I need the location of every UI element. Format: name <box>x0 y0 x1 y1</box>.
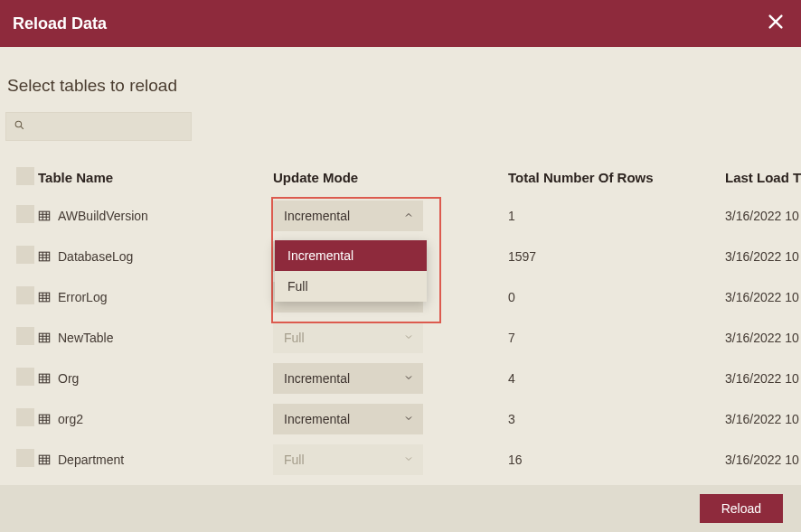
update-mode-select[interactable]: Incremental <box>273 404 423 434</box>
close-icon <box>766 12 786 35</box>
row-checkbox[interactable] <box>16 286 34 304</box>
table-row: org2Incremental33/16/2022 10 <box>5 398 796 439</box>
table-icon <box>38 331 51 344</box>
row-total-rows: 0 <box>508 290 725 304</box>
row-checkbox[interactable] <box>16 368 34 386</box>
select-all-checkbox[interactable] <box>16 167 34 185</box>
row-table-name: DatabaseLog <box>58 249 133 264</box>
row-last-load-time: 3/16/2022 10 <box>725 453 801 467</box>
search-input[interactable] <box>31 120 184 134</box>
row-name-cell: NewTable <box>38 331 273 345</box>
table-icon <box>38 413 51 425</box>
header-table-name[interactable]: Table Name <box>38 170 273 185</box>
row-mode-cell: Incremental <box>273 201 508 231</box>
row-mode-cell: Full <box>273 322 508 353</box>
row-name-cell: org2 <box>38 412 273 426</box>
table-header-row: Table Name Update Mode Total Number Of R… <box>5 159 796 195</box>
table-body: AWBuildVersionIncremental13/16/2022 10Da… <box>5 195 796 480</box>
row-table-name: org2 <box>58 412 83 426</box>
row-checkbox[interactable] <box>16 246 34 264</box>
svg-rect-7 <box>39 455 49 464</box>
row-name-cell: Department <box>38 453 273 467</box>
row-table-name: Org <box>58 371 79 386</box>
search-box[interactable] <box>5 112 192 141</box>
row-mode-cell: Incremental <box>273 363 508 394</box>
modal-titlebar: Reload Data <box>0 0 801 47</box>
reload-button[interactable]: Reload <box>700 494 783 523</box>
row-last-load-time: 3/16/2022 10 <box>725 331 801 345</box>
row-checkbox-cell <box>5 368 38 388</box>
tables-grid: Table Name Update Mode Total Number Of R… <box>5 159 796 480</box>
svg-rect-3 <box>39 293 49 302</box>
svg-rect-6 <box>39 415 49 424</box>
row-name-cell: Org <box>38 371 273 386</box>
close-button[interactable] <box>763 11 788 36</box>
row-checkbox-cell <box>5 205 38 226</box>
table-row: DepartmentFull163/16/2022 10 <box>5 439 796 480</box>
update-mode-value: Full <box>284 331 305 345</box>
row-last-load-time: 3/16/2022 10 <box>725 371 801 386</box>
svg-rect-1 <box>39 211 49 220</box>
table-row: NewTableFull73/16/2022 10 <box>5 317 796 358</box>
row-total-rows: 1597 <box>508 249 725 264</box>
update-mode-select[interactable]: Incremental <box>273 201 423 231</box>
modal-subtitle: Select tables to reload <box>7 76 796 96</box>
header-update-mode[interactable]: Update Mode <box>273 170 508 185</box>
chevron-down-icon <box>403 331 414 345</box>
row-mode-cell: Full <box>273 444 508 475</box>
update-mode-select: Full <box>273 322 423 353</box>
row-total-rows: 3 <box>508 412 725 426</box>
row-table-name: Department <box>58 453 124 467</box>
row-table-name: NewTable <box>58 331 113 345</box>
row-checkbox-cell <box>5 327 38 348</box>
update-mode-value: Full <box>284 453 305 467</box>
table-icon <box>38 250 51 263</box>
header-last-load-time[interactable]: Last Load Ti <box>725 170 801 185</box>
row-checkbox[interactable] <box>16 327 34 345</box>
row-checkbox-cell <box>5 246 38 266</box>
update-mode-value: Incremental <box>284 371 350 386</box>
chevron-down-icon <box>403 209 414 223</box>
row-checkbox[interactable] <box>16 449 34 467</box>
header-total-rows[interactable]: Total Number Of Rows <box>508 170 725 185</box>
row-checkbox-cell <box>5 286 38 307</box>
svg-rect-4 <box>39 333 49 342</box>
row-name-cell: AWBuildVersion <box>38 209 273 223</box>
update-mode-value: Incremental <box>284 209 350 223</box>
row-name-cell: DatabaseLog <box>38 249 273 264</box>
dropdown-option-incremental[interactable]: Incremental <box>275 240 427 271</box>
update-mode-select: Full <box>273 444 423 475</box>
row-last-load-time: 3/16/2022 10 <box>725 249 801 264</box>
row-total-rows: 4 <box>508 371 725 386</box>
row-checkbox-cell <box>5 449 38 470</box>
row-last-load-time: 3/16/2022 10 <box>725 412 801 426</box>
modal-footer: Reload <box>0 485 801 532</box>
update-mode-value: Incremental <box>284 412 350 426</box>
row-checkbox[interactable] <box>16 205 34 223</box>
update-mode-dropdown: Incremental Full <box>275 240 427 302</box>
search-icon <box>14 118 25 135</box>
row-checkbox[interactable] <box>16 408 34 426</box>
row-last-load-time: 3/16/2022 10 <box>725 290 801 304</box>
row-last-load-time: 3/16/2022 10 <box>725 209 801 223</box>
table-icon <box>38 453 51 466</box>
row-table-name: ErrorLog <box>58 290 107 304</box>
row-total-rows: 1 <box>508 209 725 223</box>
modal-title: Reload Data <box>13 14 763 33</box>
chevron-down-icon <box>403 412 414 426</box>
svg-rect-5 <box>39 374 49 383</box>
reload-data-modal: Reload Data Select tables to reload Tabl… <box>0 0 801 532</box>
table-icon <box>38 372 51 385</box>
dropdown-option-full[interactable]: Full <box>275 271 427 302</box>
update-mode-select[interactable]: Incremental <box>273 363 423 394</box>
chevron-down-icon <box>403 371 414 386</box>
row-total-rows: 16 <box>508 453 725 467</box>
svg-point-0 <box>15 121 22 127</box>
svg-rect-2 <box>39 252 49 261</box>
header-checkbox-cell <box>5 167 38 188</box>
row-checkbox-cell <box>5 408 38 429</box>
row-table-name: AWBuildVersion <box>58 209 148 223</box>
table-icon <box>38 210 51 222</box>
table-row: OrgIncremental43/16/2022 10 <box>5 358 796 398</box>
table-row: AWBuildVersionIncremental13/16/2022 10 <box>5 195 796 236</box>
